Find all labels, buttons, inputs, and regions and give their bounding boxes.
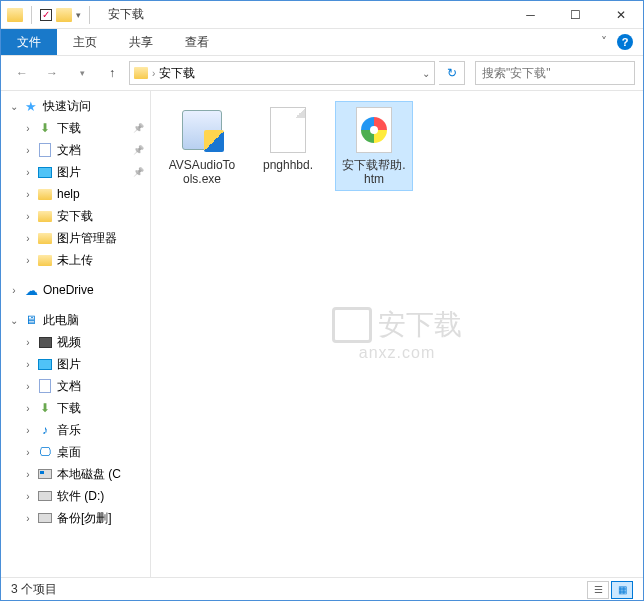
forward-button[interactable]: →	[39, 60, 65, 86]
chevron-right-icon[interactable]: ›	[23, 381, 33, 392]
chevron-down-icon[interactable]: ⌄	[9, 315, 19, 326]
sidebar-item[interactable]: ›视频	[1, 331, 150, 353]
sidebar-item[interactable]: ›安下载	[1, 205, 150, 227]
search-input[interactable]	[482, 66, 632, 80]
star-icon: ★	[23, 98, 39, 114]
file-label: 安下载帮助.htm	[340, 158, 408, 186]
maximize-button[interactable]: ☐	[553, 1, 598, 29]
chevron-right-icon[interactable]: ›	[9, 285, 19, 296]
sidebar: ⌄ ★ 快速访问 ›⬇下载›文档›图片›help›安下载›图片管理器›未上传 ›…	[1, 91, 151, 577]
tab-home[interactable]: 主页	[57, 29, 113, 55]
tab-file[interactable]: 文件	[1, 29, 57, 55]
sidebar-item[interactable]: ›🖵桌面	[1, 441, 150, 463]
folder-icon	[37, 208, 53, 224]
sidebar-item-label: 安下载	[57, 208, 93, 225]
drive-icon	[37, 466, 53, 482]
sidebar-item[interactable]: ›图片	[1, 353, 150, 375]
music-icon: ♪	[37, 422, 53, 438]
chevron-right-icon[interactable]: ›	[23, 167, 33, 178]
folder-icon	[37, 230, 53, 246]
sidebar-item-label: help	[57, 187, 80, 201]
sidebar-item[interactable]: ›本地磁盘 (C	[1, 463, 150, 485]
back-button[interactable]: ←	[9, 60, 35, 86]
sidebar-item[interactable]: ›♪音乐	[1, 419, 150, 441]
chevron-right-icon[interactable]: ›	[23, 513, 33, 524]
watermark: 安下载 anxz.com	[332, 306, 462, 362]
exe-icon	[182, 110, 222, 150]
folder-icon	[37, 186, 53, 202]
close-button[interactable]: ✕	[598, 1, 643, 29]
sidebar-item[interactable]: ›文档	[1, 375, 150, 397]
sidebar-item[interactable]: ›图片管理器	[1, 227, 150, 249]
sidebar-item[interactable]: ›未上传	[1, 249, 150, 271]
up-button[interactable]: ↑	[99, 60, 125, 86]
chevron-right-icon[interactable]: ›	[23, 491, 33, 502]
file-item[interactable]: AVSAudioTools.exe	[163, 101, 241, 191]
chevron-down-icon[interactable]: ⌄	[9, 101, 19, 112]
pc-icon: 🖥	[23, 312, 39, 328]
sidebar-onedrive[interactable]: › ☁ OneDrive	[1, 279, 150, 301]
minimize-button[interactable]: ─	[508, 1, 553, 29]
search-box[interactable]	[475, 61, 635, 85]
chevron-right-icon[interactable]: ›	[23, 189, 33, 200]
refresh-button[interactable]: ↻	[439, 61, 465, 85]
sidebar-item[interactable]: ›⬇下载	[1, 117, 150, 139]
breadcrumb-dropdown-icon[interactable]: ⌄	[422, 68, 430, 79]
recent-dropdown[interactable]: ▾	[69, 60, 95, 86]
file-icon	[270, 107, 306, 153]
sidebar-label: 此电脑	[43, 312, 79, 329]
help-icon[interactable]: ?	[617, 34, 633, 50]
sidebar-item[interactable]: ›文档	[1, 139, 150, 161]
download-icon: ⬇	[37, 120, 53, 136]
view-icons-button[interactable]: ▦	[611, 581, 633, 599]
ribbon-tabs: 文件 主页 共享 查看 ˅ ?	[1, 29, 643, 55]
ribbon-expand-icon[interactable]: ˅	[601, 35, 607, 49]
document-icon	[37, 378, 53, 394]
sidebar-item[interactable]: ›图片	[1, 161, 150, 183]
sidebar-item-label: 图片	[57, 164, 81, 181]
chevron-right-icon[interactable]: ›	[23, 359, 33, 370]
separator	[89, 6, 90, 24]
breadcrumb[interactable]: › 安下载 ⌄	[129, 61, 435, 85]
qat-dropdown-icon[interactable]: ▾	[76, 10, 81, 20]
tab-view[interactable]: 查看	[169, 29, 225, 55]
sidebar-item-label: 软件 (D:)	[57, 488, 104, 505]
chevron-right-icon[interactable]: ›	[23, 447, 33, 458]
qat-checkbox-icon[interactable]: ✓	[40, 9, 52, 21]
folder-icon	[7, 8, 23, 22]
sidebar-item-label: 图片	[57, 356, 81, 373]
file-label: AVSAudioTools.exe	[168, 158, 236, 186]
chevron-right-icon[interactable]: ›	[152, 68, 155, 79]
folder-icon	[56, 8, 72, 22]
file-item[interactable]: pnghhbd.	[249, 101, 327, 191]
titlebar: ✓ ▾ 安下载 ─ ☐ ✕	[1, 1, 643, 29]
drive-icon	[37, 510, 53, 526]
navigation-toolbar: ← → ▾ ↑ › 安下载 ⌄ ↻	[1, 55, 643, 91]
chevron-right-icon[interactable]: ›	[23, 469, 33, 480]
chevron-right-icon[interactable]: ›	[23, 145, 33, 156]
sidebar-item[interactable]: ›help	[1, 183, 150, 205]
file-item[interactable]: 安下载帮助.htm	[335, 101, 413, 191]
file-label: pnghhbd.	[263, 158, 313, 172]
chevron-right-icon[interactable]: ›	[23, 403, 33, 414]
chevron-right-icon[interactable]: ›	[23, 211, 33, 222]
watermark-text: 安下载	[378, 306, 462, 344]
sidebar-item[interactable]: ›⬇下载	[1, 397, 150, 419]
sidebar-label: OneDrive	[43, 283, 94, 297]
chevron-right-icon[interactable]: ›	[23, 255, 33, 266]
tab-share[interactable]: 共享	[113, 29, 169, 55]
sidebar-this-pc[interactable]: ⌄ 🖥 此电脑	[1, 309, 150, 331]
sidebar-item[interactable]: ›备份[勿删]	[1, 507, 150, 529]
chevron-right-icon[interactable]: ›	[23, 337, 33, 348]
chevron-right-icon[interactable]: ›	[23, 123, 33, 134]
sidebar-item[interactable]: ›软件 (D:)	[1, 485, 150, 507]
picture-icon	[37, 356, 53, 372]
sidebar-item-label: 桌面	[57, 444, 81, 461]
chevron-right-icon[interactable]: ›	[23, 233, 33, 244]
breadcrumb-current[interactable]: 安下载	[159, 65, 195, 82]
chevron-right-icon[interactable]: ›	[23, 425, 33, 436]
sidebar-quick-access[interactable]: ⌄ ★ 快速访问	[1, 95, 150, 117]
view-details-button[interactable]: ☰	[587, 581, 609, 599]
sidebar-item-label: 下载	[57, 120, 81, 137]
file-pane[interactable]: AVSAudioTools.exepnghhbd.安下载帮助.htm 安下载 a…	[151, 91, 643, 577]
